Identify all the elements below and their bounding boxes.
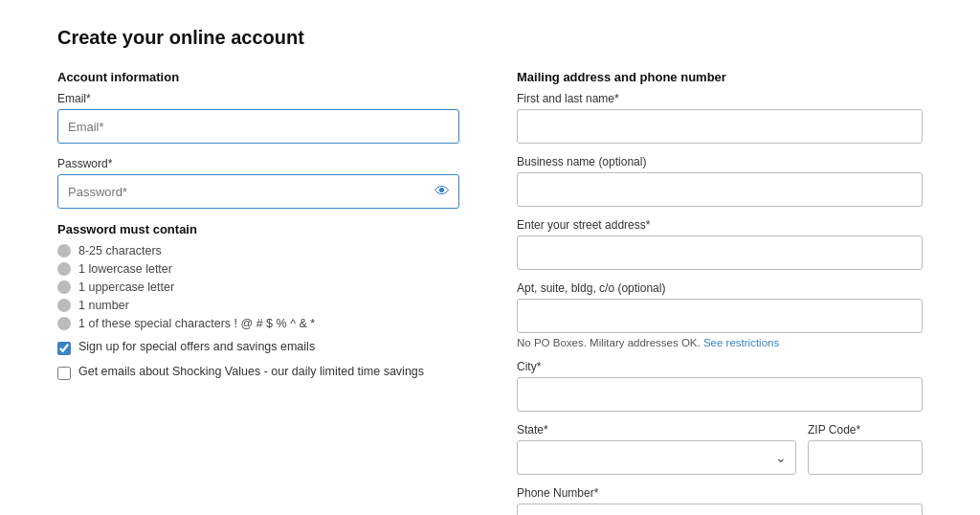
rule-text-5: 1 of these special characters ! @ # $ % … [78, 317, 315, 330]
password-label: Password* [57, 157, 459, 170]
rule-item-2: 1 lowercase letter [57, 262, 459, 276]
see-restrictions-link[interactable]: See restrictions [703, 337, 779, 348]
city-label: City* [517, 360, 923, 373]
business-group: Business name (optional) [517, 155, 923, 207]
city-group: City* [517, 360, 923, 412]
checkbox1-group: Sign up for special offers and savings e… [57, 340, 459, 355]
rule-dot-3 [57, 280, 71, 294]
state-label: State* [517, 423, 796, 437]
city-input[interactable] [517, 377, 923, 412]
street-label: Enter your street address* [517, 218, 923, 232]
state-select[interactable] [517, 440, 796, 475]
rule-dot-2 [57, 262, 71, 276]
apt-input[interactable] [517, 299, 923, 333]
mailing-section-title: Mailing address and phone number [517, 70, 923, 84]
rule-dot-4 [57, 299, 71, 312]
left-column: Account information Email* Password* 👁 P… [57, 70, 459, 515]
email-field-group: Email* [57, 92, 459, 144]
shocking-values-label: Get emails about Shocking Values - our d… [78, 365, 424, 378]
shocking-values-checkbox[interactable] [57, 367, 71, 380]
phone-group: Phone Number* [517, 486, 923, 515]
phone-label: Phone Number* [517, 486, 923, 500]
business-input[interactable] [517, 172, 923, 207]
password-wrapper: 👁 [57, 174, 459, 209]
email-input[interactable] [57, 109, 459, 144]
rule-text-2: 1 lowercase letter [78, 262, 172, 276]
street-input[interactable] [517, 235, 923, 270]
street-group: Enter your street address* [517, 218, 923, 270]
rule-dot-5 [57, 317, 71, 330]
zip-input[interactable] [808, 440, 923, 475]
page-wrapper: Create your online account Account infor… [0, 0, 980, 515]
apt-group: Apt, suite, bldg, c/o (optional) No PO B… [517, 281, 923, 348]
eye-icon[interactable]: 👁 [434, 183, 450, 200]
no-po-text: No PO Boxes. Military addresses OK. [517, 337, 701, 348]
first-last-label: First and last name* [517, 92, 923, 105]
no-po-notice: No PO Boxes. Military addresses OK. See … [517, 337, 923, 348]
rule-text-1: 8-25 characters [78, 244, 162, 258]
special-offers-checkbox[interactable] [57, 342, 71, 355]
rule-dot-1 [57, 244, 71, 258]
rule-item-4: 1 number [57, 299, 459, 312]
password-input[interactable] [57, 174, 459, 209]
account-info-title: Account information [57, 70, 459, 84]
first-last-group: First and last name* [517, 92, 923, 144]
email-label: Email* [57, 92, 459, 105]
special-offers-label: Sign up for special offers and savings e… [78, 340, 315, 353]
rule-text-4: 1 number [78, 299, 129, 312]
password-rules: Password must contain 8-25 characters 1 … [57, 222, 459, 330]
zip-label: ZIP Code* [808, 423, 923, 437]
zip-field: ZIP Code* [808, 423, 923, 475]
rule-item-5: 1 of these special characters ! @ # $ % … [57, 317, 459, 330]
rule-item-3: 1 uppercase letter [57, 280, 459, 294]
state-field: State* ⌄ [517, 423, 796, 475]
business-label: Business name (optional) [517, 155, 923, 168]
rule-item-1: 8-25 characters [57, 244, 459, 258]
password-field-group: Password* 👁 [57, 157, 459, 209]
form-layout: Account information Email* Password* 👁 P… [57, 70, 923, 515]
password-rules-title: Password must contain [57, 222, 459, 236]
checkbox2-group: Get emails about Shocking Values - our d… [57, 365, 459, 380]
state-zip-row: State* ⌄ ZIP Code* [517, 423, 923, 475]
apt-label: Apt, suite, bldg, c/o (optional) [517, 281, 923, 295]
phone-input[interactable] [517, 504, 923, 515]
first-last-input[interactable] [517, 109, 923, 144]
state-select-wrapper: ⌄ [517, 440, 796, 475]
rule-text-3: 1 uppercase letter [78, 280, 174, 294]
page-title: Create your online account [57, 27, 923, 49]
right-column: Mailing address and phone number First a… [517, 70, 923, 515]
